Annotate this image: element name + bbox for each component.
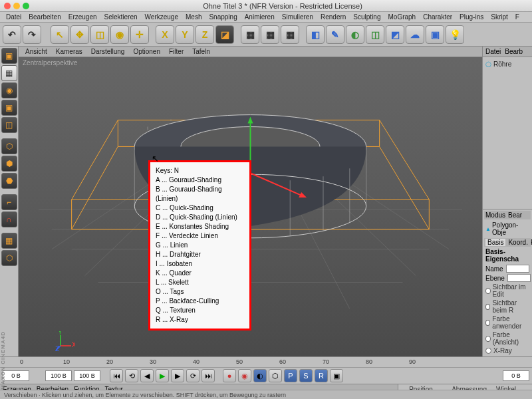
check-farbe-(ansicht)[interactable]: Farbe (Ansicht) [484,331,531,346]
tab-datei[interactable]: Datei [485,48,501,55]
menu-datei[interactable]: Datei [3,13,25,21]
record[interactable]: ● [223,369,236,382]
frame-end[interactable]: 100 B [45,370,72,381]
object-tree[interactable]: ◯Röhre [483,57,532,71]
popup-title: Keys: N [156,166,244,176]
menu-rendern[interactable]: Rendern [317,13,349,21]
keys-popup: Keys: N A ... Gouraud-ShadingB ... Goura… [148,160,251,331]
prev-key[interactable]: ⟲ [125,369,138,382]
object-mode[interactable]: ◉ [1,82,17,98]
texture-mode[interactable]: ▣ [1,100,17,116]
generator[interactable]: ◫ [366,25,384,44]
key-opt1[interactable]: ⬡ [269,369,282,382]
rotate-tool[interactable]: ◉ [110,25,129,44]
play-button[interactable]: ▶ [156,369,169,382]
goto-start[interactable]: ⏮ [110,369,123,382]
tab-bearb[interactable]: Bearb [505,48,523,55]
frame-r[interactable]: 0 B [503,370,529,381]
point-mode[interactable]: ⬡ [1,138,17,154]
menu-sculpting[interactable]: Sculpting [350,13,384,21]
select-tool[interactable]: ↖ [51,25,69,44]
menu-werkzeuge[interactable]: Werkzeuge [142,13,182,21]
snap-toggle[interactable]: ∩ [1,211,17,227]
zoom-window[interactable] [23,3,29,9]
popup-item: P ... Backface-Culling [156,297,244,306]
poly-mode[interactable]: ⬣ [1,173,17,189]
goto-end[interactable]: ⏭ [201,369,215,382]
menu-mesh[interactable]: Mesh [182,13,205,21]
frame-cur[interactable]: 100 B [74,370,100,381]
vmenu-kameras[interactable]: Kameras [52,47,86,56]
axis-x[interactable]: X [156,25,174,44]
key-pos[interactable]: P [284,369,297,382]
coord-sys[interactable]: ◪ [215,25,234,44]
menu-skript[interactable]: Skript [487,13,511,21]
minimize-window[interactable] [13,3,20,9]
popup-item: L ... Skelett [156,278,244,287]
render-view[interactable]: ▦ [241,25,259,44]
axis-y[interactable]: Y [176,25,194,44]
workplane[interactable]: ◫ [1,117,17,133]
render-region[interactable]: ▦ [261,25,279,44]
check-farbe-anwender[interactable]: Farbe anwender [484,315,531,331]
extra2[interactable]: ⬡ [1,250,17,266]
check-sichtbar-im-edit[interactable]: Sichtbar im Edit [484,283,531,299]
check-sichtbar-beim-r[interactable]: Sichtbar beim R [484,299,531,315]
attr-tab-bear[interactable]: Bear [508,211,522,219]
ebene-input[interactable] [507,274,531,282]
cam-tool[interactable]: ▣ [426,25,444,44]
prev-frame[interactable]: ◀ [140,369,154,382]
model-mode[interactable]: ▦ [1,65,17,81]
attr-tab-modus[interactable]: Modus [485,211,505,219]
prim-cube[interactable]: ◧ [306,25,325,44]
move-tool[interactable]: ✥ [70,25,89,44]
close-window[interactable] [4,3,11,9]
menu-plug-ins[interactable]: Plug-ins [456,13,487,21]
vmenu-optionen[interactable]: Optionen [129,47,164,56]
extra1[interactable]: ▦ [1,233,17,249]
key-pla[interactable]: ▣ [330,369,343,382]
menu-charakter[interactable]: Charakter [420,13,456,21]
nurbs-tool[interactable]: ◐ [346,25,364,44]
key-scale[interactable]: S [299,369,313,382]
menu-erzeugen[interactable]: Erzeugen [65,13,100,21]
scale-tool[interactable]: ◫ [90,25,109,44]
env-tool[interactable]: ☁ [406,25,424,44]
name-input[interactable] [506,265,529,273]
menu-selektieren[interactable]: Selektieren [101,13,141,21]
check-x-ray[interactable]: X-Ray [484,346,531,355]
menubar: DateiBearbeitenErzeugenSelektierenWerkze… [0,12,532,23]
autokey[interactable]: ◉ [238,369,251,382]
menu-snapping[interactable]: Snapping [205,13,240,21]
menu-f[interactable]: F [512,13,523,21]
undo-button[interactable]: ↶ [3,25,21,44]
menu-bearbeiten[interactable]: Bearbeiten [25,13,64,21]
light-tool[interactable]: 💡 [446,25,464,44]
make-editable[interactable]: ▣ [1,48,17,64]
attr-tab-koord[interactable]: Koord. [508,239,527,246]
menu-simulieren[interactable]: Simulieren [279,13,317,21]
time-ruler[interactable]: 0102030405060708090 [0,357,532,368]
next-key[interactable]: ⟳ [186,369,200,382]
popup-item: G ... Linien [156,241,244,250]
next-frame[interactable]: ▶ [171,369,184,382]
edge-mode[interactable]: ⬢ [1,156,17,172]
viewport[interactable]: Zentralperspektive [19,57,482,356]
axis-mode[interactable]: ⌐ [1,194,17,210]
tree-item-rohre[interactable]: Röhre [493,61,511,68]
redo-button[interactable]: ↷ [23,25,41,44]
key-sel[interactable]: ◐ [253,369,267,382]
vmenu-tafeln[interactable]: Tafeln [188,47,214,56]
misc-tool[interactable]: ✛ [130,25,149,44]
deformer[interactable]: ◩ [386,25,404,44]
attr-tab-basis[interactable]: Basis [485,239,505,246]
menu-animieren[interactable]: Animieren [241,13,278,21]
render-settings[interactable]: ▦ [281,25,299,44]
prim-tool2[interactable]: ✎ [326,25,344,44]
menu-mograph[interactable]: MoGraph [384,13,419,21]
axis-z[interactable]: Z [196,25,214,44]
vmenu-darstellung[interactable]: Darstellung [87,47,129,56]
vmenu-ansicht[interactable]: Ansicht [21,47,51,56]
key-rot[interactable]: R [315,369,328,382]
vmenu-filter[interactable]: Filter [165,47,188,56]
